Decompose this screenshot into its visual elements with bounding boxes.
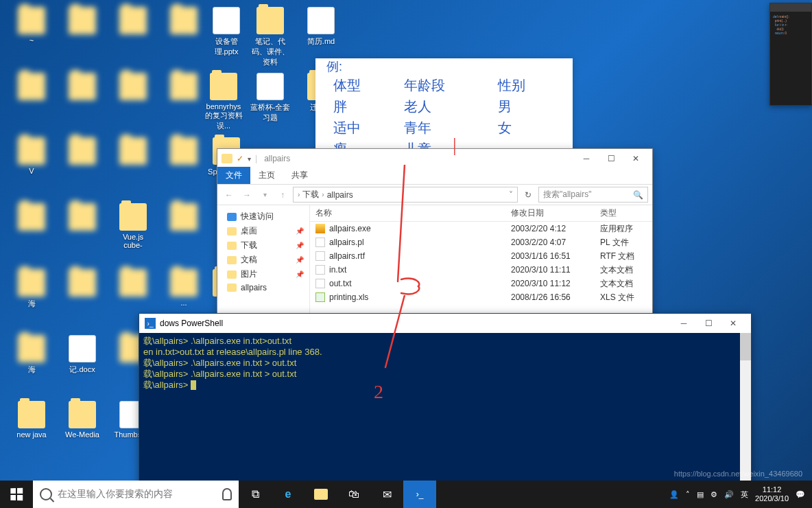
desktop-icon[interactable] [112, 137, 154, 167]
file-explorer-window[interactable]: ✓ ▾ | allpairs ─ ☐ ✕ 文件 主页 共享 ← → ▾ ↑ › … [217, 148, 653, 327]
scrollbar-thumb[interactable] [740, 333, 751, 360]
desktop-icon[interactable]: 记.docx [62, 335, 103, 375]
ribbon-tab-home[interactable]: 主页 [250, 167, 283, 184]
start-button[interactable] [0, 481, 33, 508]
nav-recent-button[interactable]: ▾ [257, 187, 272, 203]
close-button[interactable]: ✕ [721, 315, 745, 332]
explorer-file-pane[interactable]: 名称 修改日期 类型 allpairs.exe2003/2/20 4:12应用程… [310, 205, 652, 326]
file-row[interactable]: allpairs.pl2003/2/20 4:07PL 文件 [310, 235, 652, 249]
maximize-button[interactable]: ☐ [696, 315, 721, 332]
powershell-titlebar[interactable]: ›_ dows PowerShell ─ ☐ ✕ [139, 314, 751, 333]
explorer-search-input[interactable]: 搜索"allpairs" 🔍 [538, 187, 648, 203]
explorer-titlebar[interactable]: ✓ ▾ | allpairs ─ ☐ ✕ [217, 149, 652, 168]
minimize-button[interactable]: ─ [574, 150, 599, 167]
desktop-icon[interactable]: 笔记、代码、课件、资料 [250, 7, 291, 67]
volume-icon[interactable]: 🔊 [724, 490, 734, 499]
nav-desktop[interactable]: 桌面📌 [220, 224, 307, 238]
desktop-icon[interactable]: ... [163, 269, 204, 307]
ime-indicator[interactable]: 英 [741, 489, 748, 500]
desktop-icon[interactable] [11, 203, 52, 233]
col-type[interactable]: 类型 [595, 207, 652, 219]
address-bar[interactable]: › 下载 › allpairs ˅ [293, 187, 518, 203]
file-type: RTF 文档 [595, 251, 652, 262]
desktop-icon[interactable] [62, 7, 103, 36]
task-view-button[interactable]: ⧉ [239, 481, 272, 508]
taskbar-powershell[interactable]: ›_ [403, 481, 436, 508]
desktop-icon[interactable]: 海 [11, 335, 52, 375]
people-icon[interactable]: 👤 [669, 490, 679, 499]
file-icon [315, 224, 325, 233]
desktop-icon[interactable]: 海 [11, 269, 52, 309]
desktop-icon[interactable] [62, 203, 103, 233]
close-button[interactable]: ✕ [623, 150, 648, 167]
nav-back-button[interactable]: ← [222, 187, 237, 203]
desktop-icon[interactable]: 简历.md [300, 7, 342, 47]
refresh-button[interactable]: ↻ [521, 190, 536, 200]
powershell-window[interactable]: ›_ dows PowerShell ─ ☐ ✕ 载\allpairs> .\a… [139, 313, 752, 486]
desktop-icon[interactable]: new java [11, 401, 52, 439]
nav-allpairs[interactable]: allpairs [220, 281, 307, 294]
taskbar-search-placeholder: 在这里输入你要搜索的内容 [58, 488, 173, 500]
nav-up-button[interactable]: ↑ [275, 187, 290, 203]
desktop-icon[interactable]: We-Media [62, 401, 103, 439]
file-row[interactable]: allpairs.exe2003/2/20 4:12应用程序 [310, 222, 652, 235]
desktop-icon[interactable] [163, 203, 204, 233]
file-row[interactable]: out.txt2020/3/10 11:12文本文档 [310, 277, 652, 290]
explorer-nav-pane[interactable]: 快速访问 桌面📌 下载📌 文稿📌 图片📌 allpairs [217, 205, 310, 326]
desktop-icon[interactable] [163, 7, 204, 36]
tray-chevron-icon[interactable]: ˄ [686, 490, 690, 499]
desktop-icon[interactable] [62, 73, 103, 102]
taskbar-edge[interactable]: e [272, 481, 304, 508]
ribbon-tab-share[interactable]: 共享 [283, 167, 316, 184]
desktop-icon[interactable]: ~ [11, 7, 52, 45]
taskbar-clock[interactable]: 11:12 2020/3/10 [755, 485, 789, 503]
breadcrumb-seg[interactable]: 下载 [302, 189, 319, 200]
ribbon-tab-file[interactable]: 文件 [217, 167, 250, 184]
system-tray[interactable]: 👤 ˄ ▤ ⚙ 🔊 英 11:12 2020/3/10 💬 [662, 485, 812, 503]
search-icon[interactable]: 🔍 [633, 190, 643, 200]
desktop-icon[interactable]: 设备管理.pptx [206, 7, 247, 57]
desktop-icon[interactable]: V [11, 137, 52, 175]
code-editor-window[interactable]: def main(): print(...) for i in r: do(i)… [769, 3, 812, 106]
mic-icon[interactable] [222, 488, 232, 500]
notifications-icon[interactable]: 💬 [796, 490, 805, 499]
nav-pictures[interactable]: 图片📌 [220, 267, 307, 281]
qat-dropdown-icon[interactable]: ▾ [248, 155, 251, 163]
nav-forward-button[interactable]: → [239, 187, 254, 203]
taskbar[interactable]: 在这里输入你要搜索的内容 ⧉ e 🛍 ✉ ›_ 👤 ˄ ▤ ⚙ 🔊 英 11:1… [0, 481, 812, 508]
desktop-icon[interactable] [62, 269, 103, 299]
desktop-icon[interactable] [11, 73, 52, 102]
minimize-button[interactable]: ─ [671, 315, 696, 332]
file-row[interactable]: printing.xls2008/1/26 16:56XLS 文件 [310, 290, 652, 304]
taskbar-mail[interactable]: ✉ [370, 481, 403, 508]
file-row[interactable]: in.txt2020/3/10 11:11文本文档 [310, 263, 652, 277]
nav-quick-access[interactable]: 快速访问 [220, 209, 307, 224]
desktop-icon[interactable] [62, 137, 103, 167]
col-name[interactable]: 名称 [310, 207, 505, 219]
scrollbar[interactable] [740, 333, 751, 485]
desktop-icon[interactable]: 蓝桥杯-全套习题 [250, 73, 291, 123]
col-date[interactable]: 修改日期 [505, 207, 595, 219]
breadcrumb-seg[interactable]: allpairs [327, 190, 353, 200]
nav-documents[interactable]: 文稿📌 [220, 253, 307, 267]
desktop-icon[interactable] [112, 73, 154, 102]
tray-app-icon[interactable]: ▤ [697, 490, 704, 499]
desktop-icon[interactable]: bennyrhys的复习资料误... [203, 73, 244, 131]
editor-titlebar[interactable] [770, 3, 811, 12]
desktop-icon[interactable] [163, 73, 204, 102]
nav-downloads[interactable]: 下载📌 [220, 238, 307, 253]
taskbar-explorer[interactable] [304, 481, 337, 508]
file-row[interactable]: allpairs.rtf2003/1/16 16:51RTF 文档 [310, 249, 652, 263]
powershell-terminal[interactable]: 载\allpairs> .\allpairs.exe in.txt>out.tx… [139, 333, 751, 485]
taskbar-search-input[interactable]: 在这里输入你要搜索的内容 [33, 481, 239, 508]
desktop-icon[interactable]: Vue.js cube- [112, 203, 154, 249]
taskbar-store[interactable]: 🛍 [337, 481, 370, 508]
desktop-icon[interactable] [112, 7, 154, 36]
addr-dropdown-icon[interactable]: ˅ [509, 190, 513, 200]
network-icon[interactable]: ⚙ [710, 490, 717, 499]
desktop-icon[interactable] [163, 137, 204, 167]
desktop-icon[interactable] [112, 269, 154, 299]
desktop-icon-label: new java [16, 430, 46, 439]
maximize-button[interactable]: ☐ [599, 150, 623, 167]
desktop-icon-label: 设备管理.pptx [206, 36, 247, 57]
